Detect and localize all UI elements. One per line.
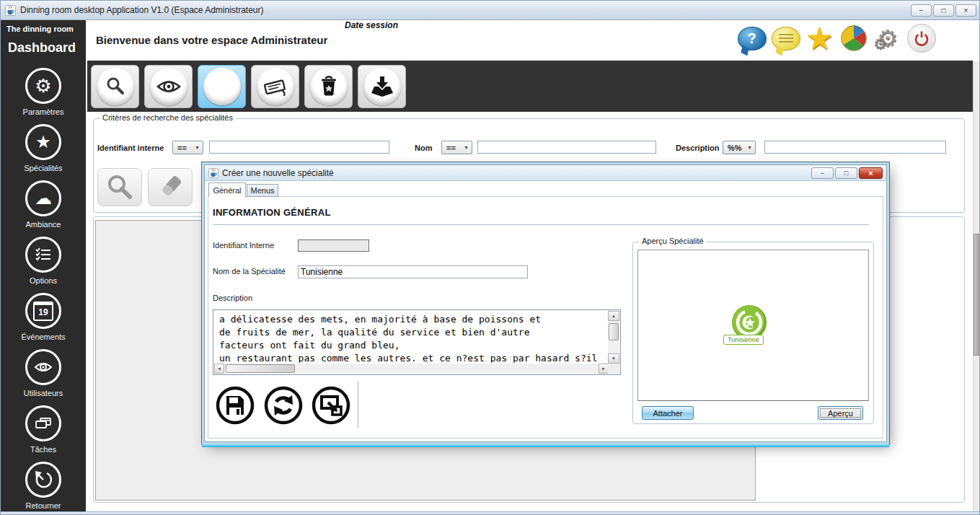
application-window: Dinning room desktop Application V1.0 (E… xyxy=(0,0,980,515)
search-icon xyxy=(105,76,126,97)
tasks-icon xyxy=(34,415,53,431)
section-divider xyxy=(213,224,869,225)
sidebar-item-label: Options xyxy=(30,276,57,285)
sidebar-item-ambiance[interactable]: ☁ Ambiance xyxy=(25,180,61,229)
chevron-down-icon: ▼ xyxy=(747,145,752,150)
maximize-icon: □ xyxy=(844,170,848,177)
apercu-preview-panel: Tunisienne xyxy=(637,250,869,401)
description-operator-select[interactable]: %% ▼ xyxy=(723,141,756,154)
attach-button-label: Attacher xyxy=(653,409,683,418)
delete-tool-button[interactable] xyxy=(304,65,353,108)
settings-button[interactable]: ⚙ ⚙ xyxy=(870,22,904,54)
reset-button[interactable] xyxy=(263,385,304,426)
sidebar-item-retourner[interactable]: Retourner xyxy=(25,462,61,510)
sidebar: The dinning room Dashboard ⚙ Paramètres … xyxy=(1,20,86,515)
dialog-close-button[interactable]: × xyxy=(859,167,883,179)
main-scrollbar-thumb[interactable] xyxy=(974,234,980,356)
sidebar-item-specialites[interactable]: ★ Spécialités xyxy=(24,124,62,172)
favorites-button[interactable]: ★ xyxy=(803,22,836,54)
question-mark: ? xyxy=(747,30,756,47)
star-icon: ★ xyxy=(35,133,51,151)
tab-general[interactable]: Général xyxy=(208,182,246,197)
section-title: INFORMATION GÉNÉRAL xyxy=(213,207,331,218)
import-tool-button[interactable] xyxy=(358,65,406,108)
chevron-down-icon: ▼ xyxy=(464,145,469,150)
create-specialty-dialog: Créer une nouvelle spécialité − □ × Géné… xyxy=(204,164,887,442)
messages-button[interactable] xyxy=(769,22,803,54)
favorites-star-icon: ★ xyxy=(805,22,834,54)
sidebar-item-label: Paramètres xyxy=(23,107,64,116)
description-text[interactable]: a délicatesse des mets, en majorité à ba… xyxy=(214,311,604,363)
minimize-icon: − xyxy=(919,6,924,14)
dialog-minimize-button[interactable]: − xyxy=(811,167,834,179)
new-tool-button-selected[interactable] xyxy=(198,65,246,108)
criteria-group-title: Critères de recherche des spécialités xyxy=(100,113,236,122)
nom-search-input[interactable] xyxy=(477,141,656,154)
edit-tool-button[interactable] xyxy=(251,65,299,108)
sidebar-item-parametres[interactable]: ⚙ Paramètres xyxy=(23,68,64,116)
dialog-maximize-button[interactable]: □ xyxy=(835,167,857,179)
tab-menus[interactable]: Menus xyxy=(247,184,278,197)
chevron-down-icon: ▼ xyxy=(195,145,200,150)
sidebar-item-label: Ambiance xyxy=(26,220,61,229)
identifiant-operator-select[interactable]: == ▼ xyxy=(172,141,203,154)
scroll-down-button[interactable]: ▼ xyxy=(608,353,619,364)
sidebar-item-utilisateurs[interactable]: Utilisateurs xyxy=(24,349,63,397)
run-search-button[interactable] xyxy=(97,168,142,206)
action-toolbar xyxy=(87,61,973,112)
description-textarea[interactable]: a délicatesse des mets, en majorité à ba… xyxy=(213,309,621,375)
attach-button[interactable]: Attacher xyxy=(642,406,694,420)
download-icon xyxy=(370,75,394,98)
sidebar-item-evenements[interactable]: 19 Événements xyxy=(21,293,65,341)
scroll-up-button[interactable]: ▲ xyxy=(608,311,619,321)
blank-icon xyxy=(203,68,241,105)
minimize-button[interactable]: − xyxy=(911,4,932,17)
window-title: Dinning room desktop Application V1.0 (E… xyxy=(20,5,264,15)
java-icon xyxy=(5,5,16,16)
sidebar-item-taches[interactable]: Tâches xyxy=(25,405,61,454)
return-icon xyxy=(34,470,53,489)
vertical-scroll-thumb[interactable] xyxy=(609,323,619,340)
description-horizontal-scrollbar[interactable]: ◄ ► xyxy=(214,364,609,374)
description-search-input[interactable] xyxy=(764,141,946,154)
nom-operator-select[interactable]: == ▼ xyxy=(441,141,472,154)
dialog-titlebar[interactable]: Créer une nouvelle spécialité − □ × xyxy=(205,165,886,181)
dialog-title: Créer une nouvelle spécialité xyxy=(222,168,334,178)
close-button[interactable]: × xyxy=(955,4,976,17)
refresh-icon xyxy=(263,385,304,426)
horizontal-scroll-thumb[interactable] xyxy=(226,364,295,373)
maximize-button[interactable]: □ xyxy=(933,4,954,17)
clear-search-button[interactable] xyxy=(148,168,193,206)
description-vertical-scrollbar[interactable]: ▲ ▼ xyxy=(608,311,619,364)
window-titlebar[interactable]: Dinning room desktop Application V1.0 (E… xyxy=(1,1,980,20)
apercu-group-title: Aperçu Spécialité xyxy=(639,237,707,245)
search-icon xyxy=(106,174,133,201)
view-tool-button[interactable] xyxy=(144,65,193,108)
sidebar-item-options[interactable]: Options xyxy=(25,237,61,285)
identifiant-interne-field xyxy=(298,239,369,252)
java-icon xyxy=(208,168,218,178)
close-icon: × xyxy=(868,169,873,177)
field-label-nom: Nom xyxy=(415,144,432,152)
eye-icon xyxy=(156,77,182,96)
scroll-left-button[interactable]: ◄ xyxy=(214,364,224,374)
exit-button[interactable] xyxy=(311,385,351,426)
gear-icon: ⚙ xyxy=(35,76,51,95)
scroll-right-button[interactable]: ► xyxy=(599,364,609,374)
main-scrollbar[interactable] xyxy=(973,61,980,511)
help-button[interactable]: ? xyxy=(735,22,769,54)
preview-button[interactable]: Aperçu xyxy=(818,406,863,420)
power-button[interactable] xyxy=(904,22,938,54)
export-icon xyxy=(311,385,351,426)
close-icon: × xyxy=(964,6,968,14)
calendar-icon: 19 xyxy=(33,301,53,321)
statistics-button[interactable] xyxy=(836,22,870,54)
search-tool-button[interactable] xyxy=(91,65,139,108)
nom-specialite-field[interactable] xyxy=(298,265,528,278)
date-session-label: Date session xyxy=(345,20,398,30)
specialty-name-badge: Tunisienne xyxy=(723,335,764,345)
save-button[interactable] xyxy=(215,385,255,426)
messages-icon xyxy=(772,27,800,50)
sidebar-item-label: Spécialités xyxy=(24,164,62,172)
identifiant-search-input[interactable] xyxy=(209,141,389,154)
